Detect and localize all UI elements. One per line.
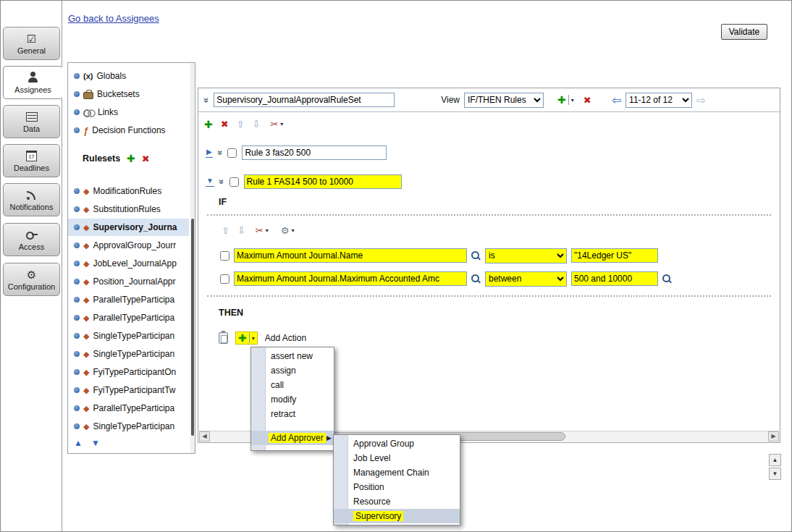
dotted-separator: [207, 295, 771, 297]
cut-split-button[interactable]: ✂ ▾: [268, 118, 285, 130]
scroll-down-icon[interactable]: ▼: [769, 468, 781, 480]
tab-general[interactable]: ☑ General: [3, 27, 60, 60]
collapse-chevron-icon[interactable]: »: [216, 180, 227, 185]
tree-item-globals[interactable]: (x) Globals: [68, 67, 189, 85]
menu-item-assert-new[interactable]: assert new: [251, 349, 334, 363]
tree-scrollbar-thumb[interactable]: [191, 219, 194, 436]
condition-checkbox[interactable]: [220, 274, 229, 284]
rule-name-field-highlighted[interactable]: [244, 174, 402, 189]
rule-name-field[interactable]: [242, 145, 387, 160]
move-up-icon[interactable]: ⇧: [237, 119, 245, 130]
menu-item-position[interactable]: Position: [334, 480, 460, 494]
condition-right-field[interactable]: [571, 248, 658, 263]
scroll-up-icon[interactable]: ▲: [769, 454, 781, 466]
add-rule-split-button[interactable]: ✚ ▾: [555, 94, 576, 106]
add-icon: ✚: [238, 333, 247, 343]
tab-data[interactable]: Data: [3, 105, 60, 138]
rule-checkbox[interactable]: [229, 177, 239, 187]
pagination-select[interactable]: 11-12 of 12: [625, 93, 692, 108]
person-icon: [28, 72, 38, 84]
condition-left-field[interactable]: [234, 271, 467, 286]
add-ruleset-button[interactable]: ✚: [127, 153, 135, 164]
tree-item-label: Supervisory_Journa: [93, 222, 177, 232]
tree-panel: (x) Globals Bucketsets Links ƒ Decision …: [67, 62, 195, 454]
delete-ruleset-button[interactable]: ✖: [142, 154, 150, 164]
add-action-split-button[interactable]: ✚ ▾: [235, 332, 258, 345]
tree-item-ruleset[interactable]: ◆ SingleTypeParticipan: [68, 418, 189, 435]
tree-item-links[interactable]: Links: [68, 104, 189, 121]
tree-item-ruleset[interactable]: ◆ SubstitutionRules: [68, 200, 189, 218]
tab-assignees[interactable]: Assignees: [3, 66, 63, 99]
settings-split-button[interactable]: ⚙ ▾: [279, 224, 297, 237]
collapse-chevron-icon[interactable]: »: [215, 151, 225, 156]
tree-item-label: SubstitutionRules: [93, 204, 160, 214]
validate-button[interactable]: Validate: [721, 24, 767, 40]
menu-item-assign[interactable]: assign: [251, 363, 334, 378]
tree-item-label: FyiTypeParticipantTw: [93, 385, 175, 395]
menu-item-call[interactable]: call: [251, 378, 334, 392]
tree-item-ruleset-selected[interactable]: ◆ Supervisory_Journa: [68, 219, 189, 236]
move-up-icon[interactable]: ⇧: [222, 225, 229, 236]
tree-item-ruleset[interactable]: ◆ ParallelTypeParticipa: [68, 291, 189, 308]
add-icon: ✚: [557, 95, 566, 105]
tree-item-ruleset[interactable]: ◆ Position_JournalAppr: [68, 273, 189, 290]
tree-item-ruleset[interactable]: ◆ ModificationRules: [68, 182, 189, 200]
cut-split-button[interactable]: ✂ ▾: [253, 224, 271, 237]
previous-page-icon[interactable]: ⇦: [612, 93, 621, 107]
scroll-right-icon[interactable]: ▶: [768, 431, 779, 442]
scroll-down-icon[interactable]: ▼: [91, 438, 100, 448]
tree-scrollbar[interactable]: [190, 63, 195, 453]
tree-item-ruleset[interactable]: ◆ FyiTypeParticipantOn: [68, 363, 189, 381]
search-icon[interactable]: [471, 274, 481, 284]
condition-right-field[interactable]: [571, 271, 658, 286]
move-down-icon[interactable]: ⇩: [237, 225, 245, 236]
tree-item-decision-functions[interactable]: ƒ Decision Functions: [68, 122, 189, 139]
tree-item-ruleset[interactable]: ◆ JobLevel_JournalApp: [68, 255, 189, 272]
condition-checkbox[interactable]: [220, 251, 229, 261]
menu-item-modify[interactable]: modify: [251, 392, 334, 407]
collapse-panel-icon[interactable]: »: [201, 97, 212, 102]
tab-deadlines[interactable]: 17 Deadlines: [3, 144, 60, 177]
search-icon[interactable]: [471, 251, 481, 261]
condition-left-field[interactable]: [234, 248, 467, 263]
move-down-icon[interactable]: ⇩: [253, 119, 261, 130]
delete-rule-button[interactable]: ✖: [584, 96, 591, 105]
menu-item-label: assign: [271, 366, 296, 376]
paste-icon[interactable]: [219, 332, 228, 344]
menu-item-label: Supervisory: [353, 511, 403, 521]
search-icon[interactable]: [662, 274, 672, 284]
tree-item-ruleset[interactable]: ◆ ParallelTypeParticipa: [68, 309, 189, 326]
next-page-icon[interactable]: ⇨: [696, 93, 706, 107]
expand-rule-icon[interactable]: ▶: [206, 148, 213, 158]
tree-item-bucketsets[interactable]: Bucketsets: [68, 85, 189, 103]
view-select[interactable]: IF/THEN Rules: [464, 93, 544, 108]
add-icon[interactable]: ✚: [204, 119, 213, 130]
menu-item-job-level[interactable]: Job Level: [334, 451, 460, 465]
menu-item-label: Job Level: [353, 453, 390, 463]
tab-notifications[interactable]: Notifications: [3, 183, 60, 216]
menu-item-retract[interactable]: retract: [251, 407, 334, 421]
condition-operator-select[interactable]: is: [485, 248, 567, 263]
menu-item-resource[interactable]: Resource: [334, 494, 460, 509]
bullet-icon: [74, 333, 80, 339]
menu-item-approval-group[interactable]: Approval Group: [334, 436, 460, 451]
go-back-link[interactable]: Go back to Assignees: [68, 13, 159, 24]
tree-item-ruleset[interactable]: ◆ ApprovalGroup_Jourr: [68, 237, 189, 254]
bullet-icon: [74, 423, 80, 429]
scroll-left-icon[interactable]: ◀: [199, 431, 210, 442]
scroll-up-icon[interactable]: ▲: [74, 438, 83, 448]
ruleset-name-field[interactable]: [214, 93, 395, 107]
tree-item-ruleset[interactable]: ◆ SingleTypeParticipan: [68, 327, 189, 345]
rule-checkbox[interactable]: [227, 148, 237, 158]
tree-item-ruleset[interactable]: ◆ FyiTypeParticipantTw: [68, 381, 189, 399]
menu-item-supervisory[interactable]: Supervisory: [334, 509, 460, 523]
tab-access[interactable]: Access: [3, 223, 60, 256]
collapse-rule-icon[interactable]: ▼: [206, 177, 214, 187]
delete-icon[interactable]: ✖: [221, 119, 229, 129]
tab-configuration[interactable]: ⚙ Configuration: [3, 263, 60, 296]
menu-item-add-approver[interactable]: Add Approver ▶: [251, 431, 334, 445]
condition-operator-select[interactable]: between: [485, 271, 567, 287]
menu-item-management-chain[interactable]: Management Chain: [334, 465, 460, 480]
tree-item-ruleset[interactable]: ◆ SingleTypeParticipan: [68, 345, 189, 363]
tree-item-ruleset[interactable]: ◆ ParallelTypeParticipa: [68, 400, 189, 417]
